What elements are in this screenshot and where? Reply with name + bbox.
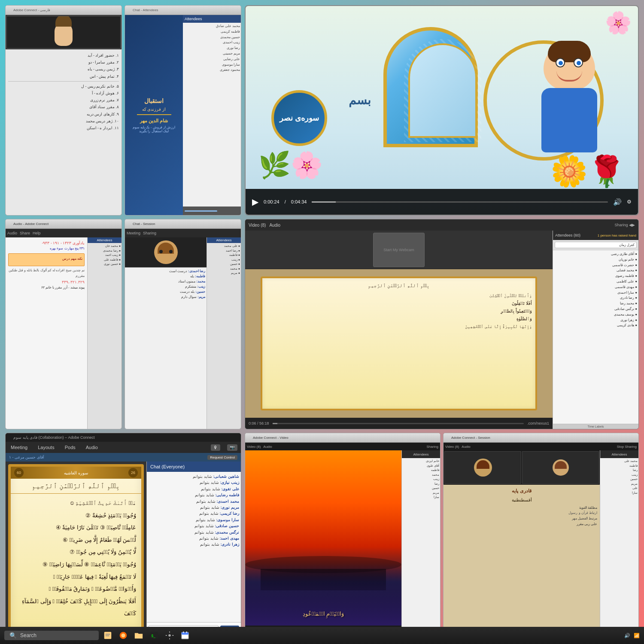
panel-1-text-3: ۳. ژیمن ریسی - یاه: [8, 66, 119, 73]
svg-point-4: [121, 633, 125, 637]
taskbar-file-icon[interactable]: [101, 629, 114, 642]
br-p1-landscape: وَالۡيَوۡمِ الۡمَوۡعُودِ: [245, 450, 401, 626]
panel-1-text-1: ۱. حضور افراد - آید: [8, 52, 119, 59]
br-p1-menu1[interactable]: Video (8): [247, 445, 261, 449]
search-label: Search: [20, 632, 36, 638]
mr-attendees-header: Attendees (60) 1 person has raised hand: [553, 231, 638, 240]
flower-right: 🌼🌹: [550, 154, 625, 189]
attendee-4: زینب احمدی: [184, 40, 240, 46]
panel-2-poster-title: استقبال: [144, 97, 164, 106]
mid-panel-2-toolbar: Chat - Session: [125, 219, 241, 229]
mr-att-1: ● آقای طاری رضی: [554, 252, 637, 257]
bottom-left-main: قادی پایه سوم (Collaboration) – Adobe Co…: [5, 433, 241, 635]
taskbar-folder-icon[interactable]: [132, 629, 145, 642]
mp2-att-5: ● حسین: [208, 262, 240, 267]
mp2-att-4: ● زینب: [208, 258, 240, 262]
br-p1-menu2[interactable]: Audio: [263, 445, 272, 449]
mr-time-control[interactable]: کنترل زمان: [555, 242, 637, 248]
panel-1: Adobe Connect - فارسی: [5, 5, 122, 216]
br-panel-1: Adobe Connect - Video Video (8) Audio Sh…: [245, 433, 440, 635]
mp2-chat-6: مریم: سوال دارم: [126, 295, 205, 300]
br-p2-att-1: محمد علی: [601, 459, 638, 464]
play-icon[interactable]: ▶: [252, 197, 258, 207]
mp2-att-2: ● رضا احمد: [208, 249, 240, 253]
br-p2-content: قادری پایه أقسطنطنية مطلقة الثنویة ارتبا…: [444, 485, 600, 634]
mp2-chat-4: زینب: متشکرم: [126, 284, 205, 289]
taskbar-settings-icon[interactable]: [163, 629, 176, 642]
mid-p1-help[interactable]: Help: [33, 231, 41, 235]
video-progress-fill: [312, 201, 335, 203]
bl-menu-audio[interactable]: Audio: [84, 445, 100, 450]
panel-2-poster-subtitle: از فرزندی که: [142, 107, 166, 112]
mr-att-5: ● فاطمه رضوی: [554, 273, 637, 279]
br-p2-att-header: Attendees: [600, 450, 638, 458]
attendee-6: مریم حسینی: [184, 51, 240, 57]
mp2-att-1: ● علی محمد: [208, 244, 240, 249]
mid-p1-content: یادآوری ۱۳۲۳ - ۱۹۱ - ۹۴۳- ۲۳۱ پنج مهارت …: [8, 240, 85, 291]
taskbar-calendar-icon[interactable]: [179, 629, 191, 642]
mid-p1-audio[interactable]: Audio: [7, 231, 17, 235]
bl-quran-surah-name: سوره الغاشیه: [64, 471, 88, 475]
br-panel-2: Adobe Connect - Session Video (8) Audio …: [443, 433, 639, 635]
bl-menu-pods[interactable]: Pods: [63, 445, 77, 450]
br-p2-att-3: رضا: [601, 468, 638, 473]
br-p1-label: Adobe Connect - Video: [253, 436, 289, 440]
br-p1-att-header: Attendees: [402, 450, 440, 458]
bl-menu-layouts[interactable]: Layouts: [36, 445, 56, 450]
bismillah-text: بسم: [349, 93, 371, 107]
panel-1-text-7: ۷. مقرر نرم زرری: [8, 97, 119, 103]
video-settings-icon[interactable]: ⚙: [627, 199, 632, 205]
br-p1-att-9: سارا: [403, 495, 439, 500]
volume-icon[interactable]: 🔊: [613, 198, 622, 206]
attendee-7: علی رضایی: [184, 57, 240, 62]
br-p2-menu2[interactable]: Audio: [462, 445, 470, 449]
taskbar-firefox-icon[interactable]: [117, 629, 130, 642]
bl-title-text: قادی پایه سوم (Collaboration) – Adobe Co…: [13, 435, 95, 440]
panel-1-text-8: ۸. مقرر سناد آقای: [8, 103, 119, 110]
mid-panel-2: Chat - Session Meeting Sharing: [125, 219, 241, 429]
start-webcam-btn[interactable]: Start My Webcam: [373, 233, 425, 267]
bl-user-name: آقای حسین مرعی - ۱: [9, 455, 44, 459]
bl-chat-header: Chat (Everyone): [147, 462, 241, 472]
panel-1-text-11: ۱۱. ایردار ه - اسکن: [8, 125, 119, 131]
mr-time: 0:06 / 56:18: [249, 421, 269, 425]
taskbar-wifi: 📶: [634, 633, 640, 638]
bl-sub-bar: آقای حسین مرعی - ۱ Request Control: [6, 453, 241, 462]
bl-request-control[interactable]: Request Control: [207, 455, 237, 460]
mr-raised-notice: 1 person has raised hand: [598, 234, 636, 237]
br-p1-att-3: فاطمه: [403, 468, 439, 473]
svg-rect-2: [106, 635, 109, 636]
br-p2-att-4: زینب: [601, 473, 638, 477]
bl-chat-10: نرگس محمدی: شاید بتوانم: [149, 529, 239, 535]
bl-chat-panel: Chat (Everyone) شاهین شعبانی: شاید بتوان…: [146, 462, 241, 634]
bl-quran-num-right: 26: [128, 468, 138, 477]
mr-att-8: ● سارا احمدی: [554, 290, 637, 296]
mp1-att-4: ● فاطمه علی: [88, 258, 121, 262]
mp1-att-2: ● رضا محمدی: [88, 249, 121, 253]
panel-1-text-9: ۹. کارهای ارس دریه: [8, 111, 119, 118]
mr-att-4: ● محمد فضلی: [554, 268, 637, 273]
br-p2-webcam-1: [444, 451, 521, 484]
bl-mic-btn[interactable]: 🎙: [211, 444, 220, 451]
panel-2-poster-body: ارزش از فروش - یک پایه سوماینک استقبال ر…: [133, 125, 175, 133]
mr-audio-label: Audio: [269, 223, 280, 228]
svg-rect-1: [106, 634, 110, 635]
panel-2-title: Chat - Attendees: [133, 8, 158, 12]
br-p1-att-5: زینب: [403, 477, 439, 482]
panel-1-title: Adobe Connect - فارسی: [13, 8, 50, 12]
taskbar-terminal-icon[interactable]: $_: [148, 629, 161, 642]
mr-att-14: ● هادی کریمی: [554, 323, 637, 328]
taskbar-search[interactable]: 🔍 Search: [4, 631, 99, 640]
cartoon-character: [526, 43, 612, 172]
br-p2-menu1[interactable]: Video (8): [445, 445, 459, 449]
bl-chat-6: مریم نوری: شاید بتوانم: [149, 504, 239, 510]
bl-chat-7: رضا کریمی: شاید بتوانم: [149, 510, 239, 516]
video-progress-bar[interactable]: [312, 201, 608, 203]
bl-camera-btn[interactable]: 📷: [227, 444, 237, 451]
mid-p2-menu1[interactable]: Meeting: [127, 231, 140, 235]
attendee-8: سارا موسوی: [184, 62, 240, 68]
bl-menu-meeting[interactable]: Meeting: [9, 445, 29, 450]
mid-p1-share[interactable]: Share: [20, 231, 30, 235]
mid-p2-menu2[interactable]: Sharing: [143, 231, 156, 235]
attendee-2: فاطمه کریمی: [184, 29, 240, 35]
